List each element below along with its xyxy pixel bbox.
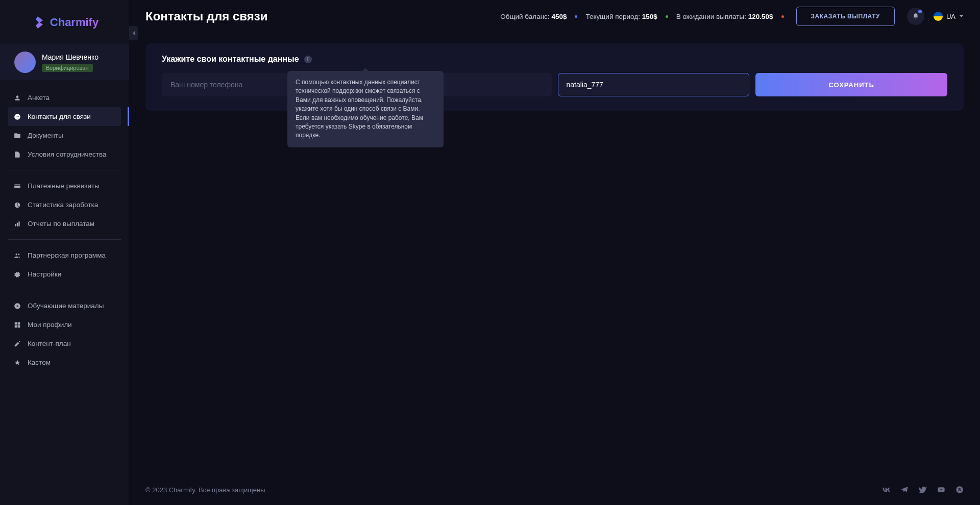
card-header: Укажите свои контактные данные i С помощ… [162, 55, 947, 64]
sidebar-item-label: Анкета [28, 94, 50, 102]
language-switcher[interactable]: UA [934, 12, 964, 21]
info-tooltip: С помощью контактных данных специалист т… [287, 71, 444, 147]
sidebar-item-payment[interactable]: Платежные реквизиты [8, 176, 121, 195]
svg-point-11 [18, 254, 19, 255]
sidebar-item-stats[interactable]: Статистика зароботка [8, 195, 121, 214]
logo-text: Charmify [50, 16, 99, 29]
bell-icon [912, 13, 919, 20]
nav-divider [8, 239, 121, 240]
telegram-icon[interactable] [900, 486, 909, 494]
svg-point-2 [17, 116, 17, 117]
flag-icon [934, 12, 943, 21]
svg-point-10 [16, 253, 18, 255]
sidebar-item-custom[interactable]: Кастом [8, 353, 121, 372]
svg-rect-4 [14, 184, 20, 188]
svg-rect-8 [17, 222, 18, 226]
sidebar-item-settings[interactable]: Настройки [8, 265, 121, 284]
sidebar-item-label: Условия сотрудничества [28, 150, 107, 158]
main: Контакты для связи Общий баланс: 450$ Те… [129, 0, 980, 505]
contacts-card: Укажите свои контактные данные i С помощ… [145, 43, 964, 111]
period-stat: Текущий период: 150$ [585, 13, 657, 20]
sidebar-item-label: Мои профили [28, 321, 72, 329]
vk-icon[interactable] [882, 486, 890, 494]
sidebar-item-documents[interactable]: Документы [8, 126, 121, 145]
sidebar: Charmify Мария Шевченко Верифицирован Ан… [0, 0, 129, 505]
header-stats: Общий баланс: 450$ Текущий период: 150$ … [500, 13, 783, 20]
card-title: Укажите свои контактные данные [162, 55, 299, 64]
svg-point-1 [16, 116, 16, 117]
sidebar-item-label: Настройки [28, 270, 61, 278]
language-code: UA [946, 13, 955, 20]
balance-stat: Общий баланс: 450$ [500, 13, 567, 20]
sidebar-item-profile[interactable]: Анкета [8, 88, 121, 107]
twitter-icon[interactable] [919, 486, 927, 494]
nav-divider [8, 170, 121, 170]
nav-divider [8, 290, 121, 290]
dot-indicator [575, 15, 577, 18]
svg-point-3 [18, 116, 19, 117]
sidebar-item-label: Контакты для связи [28, 113, 91, 120]
svg-rect-7 [15, 224, 16, 226]
chat-icon [14, 113, 21, 120]
sidebar-item-partner[interactable]: Партнерская программа [8, 246, 121, 265]
user-name: Мария Шевченко [42, 53, 99, 61]
page-title: Контакты для связи [145, 9, 500, 23]
pie-icon [14, 201, 21, 209]
logo-icon [31, 14, 47, 31]
skype-icon[interactable] [955, 486, 964, 494]
sidebar-item-contacts[interactable]: Контакты для связи [8, 107, 121, 126]
sidebar-item-label: Статистика зароботка [28, 201, 98, 209]
pending-stat: В ожидании выплаты: 120.50$ [676, 13, 773, 20]
sidebar-item-training[interactable]: Обучающие материалы [8, 296, 121, 315]
card-icon [14, 183, 21, 190]
sidebar-item-reports[interactable]: Отчеты по выплатам [8, 214, 121, 233]
file-icon [14, 151, 21, 158]
chart-icon [14, 220, 21, 228]
avatar [14, 52, 36, 73]
svg-rect-5 [14, 185, 20, 186]
sidebar-item-label: Платежные реквизиты [28, 182, 100, 190]
logo[interactable]: Charmify [0, 0, 129, 44]
svg-rect-9 [18, 221, 19, 226]
pencil-icon [14, 340, 21, 347]
footer: © 2023 Charmify. Все права защищены [129, 474, 980, 505]
gear-icon [14, 271, 21, 278]
save-button[interactable]: СОХРАНИТЬ [755, 73, 947, 96]
sidebar-item-label: Партнерская программа [28, 251, 106, 259]
user-verified-badge: Верифицирован [42, 64, 93, 72]
folder-icon [14, 132, 21, 139]
content: Укажите свои контактные данные i С помощ… [129, 33, 980, 505]
sidebar-item-label: Контент-план [28, 340, 71, 347]
info-icon[interactable]: i [304, 56, 312, 63]
chevron-down-icon [959, 15, 964, 18]
request-payout-button[interactable]: ЗАКАЗАТЬ ВЫПЛАТУ [796, 7, 895, 26]
dot-indicator [666, 15, 668, 18]
notification-badge [918, 10, 922, 13]
sidebar-item-label: Обучающие материалы [28, 302, 104, 310]
header: Контакты для связи Общий баланс: 450$ Те… [129, 0, 980, 33]
svg-rect-16 [18, 325, 20, 327]
nav: Анкета Контакты для связи Документы Усло… [0, 80, 129, 505]
user-profile[interactable]: Мария Шевченко Верифицирован [0, 44, 129, 80]
users-icon [14, 252, 21, 259]
youtube-icon[interactable] [937, 486, 945, 494]
svg-rect-13 [15, 322, 17, 324]
form-row: СОХРАНИТЬ [162, 73, 947, 96]
svg-rect-14 [18, 322, 20, 324]
user-icon [14, 94, 21, 102]
skype-input[interactable] [558, 73, 750, 96]
grid-icon [14, 321, 21, 329]
notifications-button[interactable] [907, 8, 924, 25]
svg-rect-15 [15, 325, 17, 327]
social-links [882, 486, 964, 494]
copyright: © 2023 Charmify. Все права защищены [145, 486, 265, 494]
play-icon [14, 302, 21, 310]
sidebar-item-profiles[interactable]: Мои профили [8, 315, 121, 334]
dot-indicator [781, 15, 784, 18]
sidebar-item-label: Документы [28, 132, 63, 139]
sidebar-item-terms[interactable]: Условия сотрудничества [8, 145, 121, 164]
star-icon [14, 359, 21, 366]
sidebar-item-content-plan[interactable]: Контент-план [8, 334, 121, 353]
sidebar-item-label: Отчеты по выплатам [28, 220, 94, 228]
sidebar-item-label: Кастом [28, 359, 51, 366]
